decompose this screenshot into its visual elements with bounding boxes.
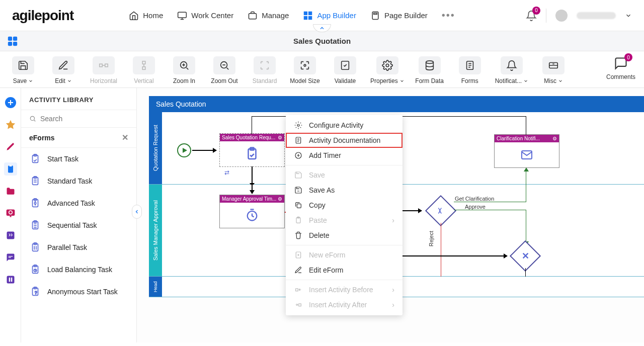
properties-button[interactable]: Properties (370, 56, 405, 84)
ellipsis-icon: ••• (442, 10, 455, 21)
zoom-out-button[interactable]: Zoom Out (209, 56, 239, 84)
search-input[interactable] (40, 115, 128, 123)
svg-point-33 (30, 116, 34, 120)
category-eforms[interactable]: eForms ✕ (21, 128, 136, 148)
nav-page-builder[interactable]: Page Builder (370, 11, 428, 21)
lib-item[interactable]: Sequential Task (21, 214, 136, 236)
task-icon (29, 197, 41, 209)
gateway-exclusive[interactable]: ✕ (510, 240, 541, 272)
collapse-sidebar-button[interactable] (132, 205, 142, 219)
notifications-button[interactable]: 0 (526, 10, 537, 21)
chevron-up-icon (319, 25, 325, 31)
activity-manager-approval[interactable]: Manager Approval Tim...⚙ (219, 195, 285, 228)
fit-model-button[interactable]: Model Size (290, 56, 320, 84)
menu-item-copy[interactable]: Copy (286, 198, 403, 213)
connector-approve (454, 202, 526, 202)
nav-label: Home (143, 11, 163, 20)
align-vertical-button[interactable]: Vertical (129, 56, 159, 84)
chevron-down-icon (523, 78, 528, 83)
lib-item[interactable]: Load Balancing Task (21, 258, 136, 281)
menu-item-label: Copy (309, 201, 326, 209)
rail-edit[interactable] (4, 140, 17, 153)
activity-clarification-notification[interactable]: Clarification Notifi...⚙ (494, 134, 559, 168)
menu-item-label: Edit eForm (309, 266, 343, 274)
gear-icon[interactable]: ⚙ (278, 196, 282, 202)
save-button[interactable]: Save (8, 56, 38, 84)
svg-rect-1 (249, 13, 257, 19)
zoom-in-button[interactable]: Zoom In (169, 56, 199, 84)
menu-item-edit-eform[interactable]: Edit eForm (286, 263, 403, 278)
rail-chat[interactable] (4, 251, 17, 264)
close-icon[interactable]: ✕ (122, 133, 128, 142)
insert-before-icon (294, 286, 303, 294)
menu-item-label: Activity Documentation (309, 136, 380, 144)
nav-home[interactable]: Home (129, 11, 163, 21)
grid-view-toggle[interactable] (7, 36, 18, 47)
avatar[interactable] (555, 10, 568, 22)
grid-icon (303, 11, 313, 21)
star-icon (5, 119, 16, 130)
rail-folder[interactable] (4, 185, 17, 198)
menu-item-delete[interactable]: Delete (286, 228, 403, 243)
lib-item-label: Start Task (47, 155, 78, 163)
start-event[interactable] (177, 143, 191, 157)
collapse-header-button[interactable] (313, 24, 331, 32)
align-v-icon (138, 60, 149, 71)
svg-rect-25 (8, 165, 13, 172)
rail-pause[interactable] (4, 273, 17, 286)
gateway-decision[interactable] (425, 195, 456, 226)
page-title: Sales Quotation (293, 37, 351, 45)
nav-work-center[interactable]: Work Center (177, 11, 233, 21)
menu-item-label: Configure Activity (309, 121, 363, 129)
rail-clipboard[interactable] (4, 162, 17, 176)
edit-button[interactable]: Edit (48, 56, 78, 84)
insert-after-icon (294, 301, 303, 309)
logo: agilepoint (12, 8, 73, 24)
menu-item-save-as[interactable]: Save As (286, 183, 403, 198)
rail-add-button[interactable] (4, 96, 17, 109)
zoom-out-icon (219, 60, 230, 71)
svg-rect-8 (8, 36, 12, 40)
chevron-down-icon[interactable] (625, 12, 632, 19)
rail-settings[interactable] (4, 229, 17, 242)
menu-item-add-timer[interactable]: Add Timer (286, 148, 403, 163)
mail-icon (518, 149, 535, 161)
condition-icon (436, 206, 446, 216)
lib-item[interactable]: Advanced Task (21, 192, 136, 214)
lib-item[interactable]: ?Anonymous Start Task (21, 281, 136, 303)
svg-rect-12 (100, 64, 103, 67)
rail-globe[interactable] (4, 207, 17, 220)
form-data-button[interactable]: Form Data (415, 56, 445, 84)
align-horizontal-button[interactable]: Horizontal (89, 56, 119, 84)
lib-item[interactable]: Standard Task (21, 170, 136, 192)
menu-separator (286, 245, 403, 245)
rail-favorites[interactable] (4, 118, 17, 131)
comments-button[interactable]: 0 Comments (606, 56, 636, 80)
nav-more[interactable]: ••• (442, 10, 455, 21)
nav-app-builder[interactable]: App Builder (303, 11, 356, 21)
svg-rect-3 (309, 12, 312, 15)
menu-item-configure-activity[interactable]: Configure Activity (286, 118, 403, 133)
svg-point-21 (426, 61, 433, 64)
lib-item[interactable]: Parallel Task (21, 236, 136, 258)
misc-button[interactable]: Misc (538, 56, 569, 84)
doc-icon (294, 136, 303, 144)
settings-icon (6, 230, 16, 240)
gear-icon (294, 121, 303, 129)
gear-icon[interactable]: ⚙ (552, 136, 557, 141)
plus-circle-icon (5, 97, 17, 109)
menu-item-label: Insert Activity After (309, 301, 367, 309)
menu-item-label: New eForm (309, 251, 345, 259)
fit-standard-button[interactable]: Standard (250, 56, 280, 84)
gear-icon[interactable]: ⚙ (278, 135, 282, 140)
svg-rect-29 (7, 232, 14, 239)
activity-sales-quotation-request[interactable]: Sales Quotation Requ...⚙ (219, 133, 285, 167)
nav-manage[interactable]: Manage (248, 11, 289, 21)
lib-item[interactable]: Start Task (21, 148, 136, 170)
forms-button[interactable]: Forms (455, 56, 485, 84)
menu-item-activity-documentation[interactable]: Activity Documentation (286, 133, 403, 148)
notifications-button[interactable]: Notificat... (495, 56, 528, 84)
menu-separator (286, 165, 403, 165)
validate-button[interactable]: Validate (330, 56, 360, 84)
svg-rect-15 (142, 67, 145, 70)
